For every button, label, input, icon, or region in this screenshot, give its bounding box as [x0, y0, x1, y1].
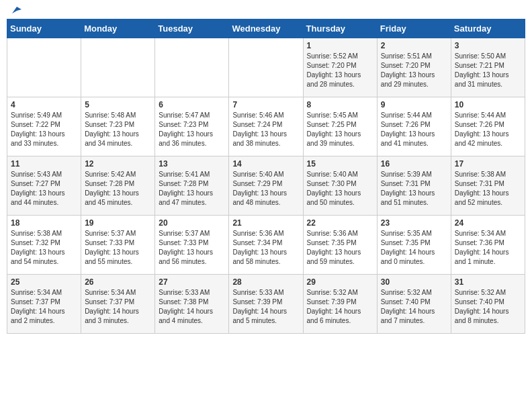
day-number: 9 [381, 100, 447, 109]
calendar-header-row: SundayMondayTuesdayWednesdayThursdayFrid… [7, 19, 525, 38]
day-info: Sunrise: 5:34 AMSunset: 7:37 PMDaylight:… [85, 288, 151, 326]
calendar-cell: 12Sunrise: 5:42 AMSunset: 7:28 PMDayligh… [81, 156, 155, 216]
day-info: Sunrise: 5:33 AMSunset: 7:38 PMDaylight:… [159, 288, 225, 326]
calendar-cell: 8Sunrise: 5:45 AMSunset: 7:25 PMDaylight… [303, 97, 377, 156]
page-header [7, 7, 525, 13]
day-info: Sunrise: 5:37 AMSunset: 7:33 PMDaylight:… [85, 229, 151, 267]
day-info: Sunrise: 5:39 AMSunset: 7:31 PMDaylight:… [381, 170, 447, 208]
day-number: 27 [159, 277, 225, 287]
day-number: 2 [381, 41, 447, 50]
calendar-cell [7, 38, 81, 97]
day-number: 26 [85, 277, 151, 287]
svg-marker-0 [12, 7, 21, 13]
col-header-thursday: Thursday [303, 19, 377, 38]
day-info: Sunrise: 5:48 AMSunset: 7:23 PMDaylight:… [85, 111, 151, 148]
day-number: 21 [232, 218, 299, 228]
calendar-cell: 2Sunrise: 5:51 AMSunset: 7:20 PMDaylight… [377, 38, 451, 97]
calendar-cell: 22Sunrise: 5:36 AMSunset: 7:35 PMDayligh… [303, 216, 377, 275]
day-info: Sunrise: 5:43 AMSunset: 7:27 PMDaylight:… [11, 170, 77, 208]
calendar-cell: 9Sunrise: 5:44 AMSunset: 7:26 PMDaylight… [377, 97, 451, 156]
day-number: 8 [307, 100, 373, 109]
col-header-saturday: Saturday [451, 19, 525, 38]
day-number: 23 [381, 218, 447, 228]
day-info: Sunrise: 5:40 AMSunset: 7:30 PMDaylight:… [307, 170, 373, 208]
calendar-cell: 16Sunrise: 5:39 AMSunset: 7:31 PMDayligh… [377, 156, 451, 216]
day-number: 25 [11, 277, 77, 287]
day-info: Sunrise: 5:32 AMSunset: 7:40 PMDaylight:… [455, 288, 521, 326]
day-number: 6 [159, 100, 225, 109]
calendar-week-row: 25Sunrise: 5:34 AMSunset: 7:37 PMDayligh… [7, 275, 525, 334]
day-number: 19 [85, 218, 151, 228]
day-number: 13 [159, 159, 225, 169]
calendar-cell: 25Sunrise: 5:34 AMSunset: 7:37 PMDayligh… [7, 275, 81, 334]
day-number: 20 [159, 218, 225, 228]
calendar-cell: 30Sunrise: 5:32 AMSunset: 7:40 PMDayligh… [377, 275, 451, 334]
logo-bird-icon [11, 4, 23, 16]
day-number: 3 [455, 41, 521, 50]
day-info: Sunrise: 5:50 AMSunset: 7:21 PMDaylight:… [455, 52, 521, 89]
day-number: 31 [455, 277, 521, 287]
day-info: Sunrise: 5:42 AMSunset: 7:28 PMDaylight:… [85, 170, 151, 208]
col-header-sunday: Sunday [7, 19, 81, 38]
day-number: 10 [455, 100, 521, 109]
calendar-week-row: 1Sunrise: 5:52 AMSunset: 7:20 PMDaylight… [7, 38, 525, 97]
day-info: Sunrise: 5:51 AMSunset: 7:20 PMDaylight:… [381, 52, 447, 89]
calendar-cell: 18Sunrise: 5:38 AMSunset: 7:32 PMDayligh… [7, 216, 81, 275]
calendar-cell: 14Sunrise: 5:40 AMSunset: 7:29 PMDayligh… [229, 156, 303, 216]
day-info: Sunrise: 5:52 AMSunset: 7:20 PMDaylight:… [307, 52, 373, 89]
calendar-cell: 10Sunrise: 5:44 AMSunset: 7:26 PMDayligh… [451, 97, 525, 156]
calendar-cell: 19Sunrise: 5:37 AMSunset: 7:33 PMDayligh… [81, 216, 155, 275]
calendar-cell: 11Sunrise: 5:43 AMSunset: 7:27 PMDayligh… [7, 156, 81, 216]
day-info: Sunrise: 5:44 AMSunset: 7:26 PMDaylight:… [381, 111, 447, 148]
calendar-cell [155, 38, 229, 97]
calendar-week-row: 11Sunrise: 5:43 AMSunset: 7:27 PMDayligh… [7, 156, 525, 216]
day-info: Sunrise: 5:36 AMSunset: 7:34 PMDaylight:… [232, 229, 299, 267]
calendar-cell: 27Sunrise: 5:33 AMSunset: 7:38 PMDayligh… [155, 275, 229, 334]
calendar-cell: 7Sunrise: 5:46 AMSunset: 7:24 PMDaylight… [229, 97, 303, 156]
calendar-cell: 4Sunrise: 5:49 AMSunset: 7:22 PMDaylight… [7, 97, 81, 156]
day-number: 11 [11, 159, 77, 169]
calendar-cell: 6Sunrise: 5:47 AMSunset: 7:23 PMDaylight… [155, 97, 229, 156]
day-info: Sunrise: 5:49 AMSunset: 7:22 PMDaylight:… [11, 111, 77, 148]
day-info: Sunrise: 5:34 AMSunset: 7:37 PMDaylight:… [11, 288, 77, 326]
day-number: 4 [11, 100, 77, 109]
col-header-wednesday: Wednesday [229, 19, 303, 38]
day-number: 1 [307, 41, 373, 50]
calendar-cell: 13Sunrise: 5:41 AMSunset: 7:28 PMDayligh… [155, 156, 229, 216]
day-info: Sunrise: 5:38 AMSunset: 7:32 PMDaylight:… [11, 229, 77, 267]
calendar-week-row: 18Sunrise: 5:38 AMSunset: 7:32 PMDayligh… [7, 216, 525, 275]
day-info: Sunrise: 5:45 AMSunset: 7:25 PMDaylight:… [307, 111, 373, 148]
col-header-monday: Monday [81, 19, 155, 38]
day-number: 28 [232, 277, 299, 287]
calendar-cell: 26Sunrise: 5:34 AMSunset: 7:37 PMDayligh… [81, 275, 155, 334]
day-info: Sunrise: 5:32 AMSunset: 7:39 PMDaylight:… [307, 288, 373, 326]
day-number: 12 [85, 159, 151, 169]
day-number: 17 [455, 159, 521, 169]
calendar-cell [81, 38, 155, 97]
day-number: 7 [232, 100, 299, 109]
day-number: 14 [232, 159, 299, 169]
col-header-tuesday: Tuesday [155, 19, 229, 38]
day-info: Sunrise: 5:46 AMSunset: 7:24 PMDaylight:… [232, 111, 299, 148]
calendar-week-row: 4Sunrise: 5:49 AMSunset: 7:22 PMDaylight… [7, 97, 525, 156]
col-header-friday: Friday [377, 19, 451, 38]
calendar-cell: 15Sunrise: 5:40 AMSunset: 7:30 PMDayligh… [303, 156, 377, 216]
calendar-cell: 31Sunrise: 5:32 AMSunset: 7:40 PMDayligh… [451, 275, 525, 334]
day-info: Sunrise: 5:47 AMSunset: 7:23 PMDaylight:… [159, 111, 225, 148]
day-number: 15 [307, 159, 373, 169]
calendar-cell: 23Sunrise: 5:35 AMSunset: 7:35 PMDayligh… [377, 216, 451, 275]
day-info: Sunrise: 5:40 AMSunset: 7:29 PMDaylight:… [232, 170, 299, 208]
calendar-cell: 17Sunrise: 5:38 AMSunset: 7:31 PMDayligh… [451, 156, 525, 216]
day-number: 29 [307, 277, 373, 287]
day-number: 5 [85, 100, 151, 109]
day-info: Sunrise: 5:44 AMSunset: 7:26 PMDaylight:… [455, 111, 521, 148]
day-info: Sunrise: 5:38 AMSunset: 7:31 PMDaylight:… [455, 170, 521, 208]
calendar-cell [229, 38, 303, 97]
calendar-cell: 3Sunrise: 5:50 AMSunset: 7:21 PMDaylight… [451, 38, 525, 97]
calendar-cell: 1Sunrise: 5:52 AMSunset: 7:20 PMDaylight… [303, 38, 377, 97]
day-number: 18 [11, 218, 77, 228]
day-info: Sunrise: 5:33 AMSunset: 7:39 PMDaylight:… [232, 288, 299, 326]
day-number: 30 [381, 277, 447, 287]
day-info: Sunrise: 5:32 AMSunset: 7:40 PMDaylight:… [381, 288, 447, 326]
day-info: Sunrise: 5:41 AMSunset: 7:28 PMDaylight:… [159, 170, 225, 208]
